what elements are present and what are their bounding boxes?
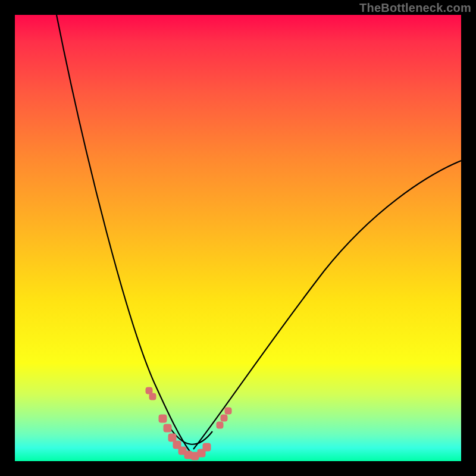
chart-svg [15,15,461,461]
marker-dot [203,443,211,451]
marker-dot [217,422,223,428]
plot-area [15,15,461,461]
curve-left [57,15,190,452]
marker-dot [159,415,167,422]
marker-dot [146,387,152,394]
marker-dot [168,434,176,441]
marker-dot [149,393,156,400]
marker-dot [221,415,227,421]
marker-dot [225,408,231,414]
watermark-text: TheBottleneck.com [359,1,471,15]
curve-right [193,161,461,449]
marker-dot [164,424,171,432]
chart-frame: TheBottleneck.com [0,0,476,476]
